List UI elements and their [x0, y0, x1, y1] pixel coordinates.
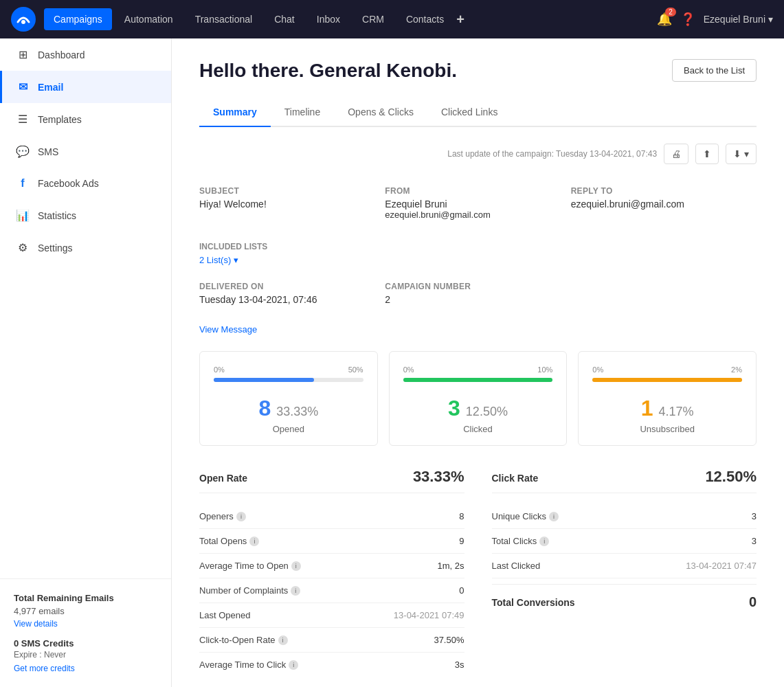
subject-cell: Subject Hiya! Welcome! [199, 181, 385, 231]
sms-icon: 💬 [16, 145, 30, 158]
topnav-automation[interactable]: Automation [115, 8, 183, 30]
reply-to-email: ezequiel.bruni@gmail.com [571, 199, 757, 210]
avg-time-open-info-icon[interactable]: i [291, 561, 301, 571]
sidebar-item-settings[interactable]: ⚙ Settings [0, 232, 171, 264]
clicked-pct: 12.50% [466, 405, 508, 419]
delivered-row: Delivered on Tuesday 13-04-2021, 07:46 C… [199, 276, 757, 316]
unsub-label: Unsubscribed [592, 424, 742, 434]
total-opens-info-icon[interactable]: i [249, 537, 259, 546]
sidebar-templates-label: Templates [38, 114, 82, 125]
topnav-plus-button[interactable]: + [456, 12, 464, 27]
stat-row-total-opens: Total Opens i 9 [199, 529, 464, 554]
last-update-bar: Last update of the campaign: Tuesday 13-… [199, 144, 757, 164]
reply-to-cell: Reply to ezequiel.bruni@gmail.com [571, 181, 757, 231]
facebook-icon: f [16, 177, 30, 190]
delivered-on-label: Delivered on [199, 282, 385, 291]
complaints-info-icon[interactable]: i [291, 586, 300, 596]
stats-section: Open Rate 33.33% Openers i 8 Total Opens [199, 468, 757, 677]
stat-row-openers: Openers i 8 [199, 504, 464, 529]
from-name: Ezequiel Bruni [385, 199, 570, 210]
avg-time-click-value: 3s [455, 660, 464, 670]
get-more-credits-link[interactable]: Get more credits [14, 664, 75, 673]
openers-value: 8 [459, 511, 464, 521]
opened-pct: 33.33% [276, 405, 318, 419]
complaints-value: 0 [459, 585, 464, 596]
sms-credits-title: 0 SMS Credits [14, 638, 157, 649]
sidebar-email-label: Email [38, 82, 63, 93]
subject-value: Hiya! Welcome! [199, 199, 385, 210]
sidebar-item-dashboard[interactable]: ⊞ Dashboard [0, 38, 171, 71]
open-rate-title: Open Rate [199, 473, 247, 484]
topnav-inbox[interactable]: Inbox [307, 8, 350, 30]
total-clicks-value: 3 [752, 536, 757, 546]
download-button[interactable]: ⬇ ▾ [726, 144, 757, 164]
notifications-bell[interactable]: 🔔 2 [657, 12, 672, 27]
avg-time-open-value: 1m, 2s [437, 561, 464, 571]
total-conversions-value: 0 [749, 594, 757, 610]
click-to-open-info-icon[interactable]: i [278, 635, 288, 645]
click-rate-value: 12.50% [705, 468, 757, 486]
sidebar-item-templates[interactable]: ☰ Templates [0, 103, 171, 135]
view-message-link[interactable]: View Message [199, 324, 757, 335]
topnav-contacts[interactable]: Contacts [396, 8, 453, 30]
click-rate-title: Click Rate [492, 473, 539, 484]
total-clicks-info-icon[interactable]: i [539, 537, 549, 546]
unsub-bar-track [592, 378, 742, 382]
tab-timeline[interactable]: Timeline [271, 98, 334, 127]
tab-clicked-links[interactable]: Clicked Links [427, 98, 511, 127]
opened-bar-track [214, 378, 363, 382]
opened-count: 8 [258, 396, 271, 421]
reply-to-label: Reply to [571, 186, 757, 196]
tabs: Summary Timeline Opens & Clicks Clicked … [199, 98, 757, 127]
avg-time-click-info-icon[interactable]: i [289, 660, 298, 670]
total-conversions-row: Total Conversions 0 [492, 584, 757, 620]
avg-time-click-label: Average Time to Click i [199, 660, 298, 670]
help-button[interactable]: ❓ [680, 12, 695, 27]
sidebar-item-facebook-ads[interactable]: f Facebook Ads [0, 168, 171, 199]
email-icon: ✉ [16, 80, 30, 93]
campaign-number-value: 2 [385, 294, 570, 305]
stat-row-complaints: Number of Complaints i 0 [199, 578, 464, 603]
tab-opens-clicks[interactable]: Opens & Clicks [334, 98, 427, 127]
metric-card-clicked: 0% 10% 3 12.50% Clicked [389, 351, 568, 446]
tab-summary[interactable]: Summary [199, 98, 271, 127]
print-button[interactable]: 🖨 [664, 144, 688, 164]
openers-info-icon[interactable]: i [236, 512, 246, 521]
stat-row-unique-clicks: Unique Clicks i 3 [492, 504, 757, 529]
avg-time-open-label: Average Time to Open i [199, 561, 301, 571]
openers-label: Openers i [199, 511, 246, 521]
topnav-crm[interactable]: CRM [352, 8, 394, 30]
sidebar-dashboard-label: Dashboard [38, 49, 85, 60]
last-update-text: Last update of the campaign: Tuesday 13-… [447, 149, 657, 159]
sidebar-statistics-label: Statistics [38, 210, 76, 221]
subject-label: Subject [199, 186, 385, 196]
back-to-list-button[interactable]: Back to the List [672, 59, 757, 82]
clicked-label: Clicked [403, 424, 553, 434]
topnav-transactional[interactable]: Transactional [186, 8, 262, 30]
share-button[interactable]: ⬆ [695, 144, 719, 164]
total-opens-value: 9 [459, 536, 464, 546]
campaign-number-cell: Campaign Number 2 [385, 276, 570, 316]
included-lists-value[interactable]: 2 List(s) ▾ [199, 255, 238, 265]
sidebar-item-email[interactable]: ✉ Email [0, 71, 171, 103]
main-content: Hello there. General Kenobi. Back to the… [172, 38, 784, 687]
svg-point-0 [11, 7, 36, 32]
app-logo[interactable] [11, 7, 36, 32]
sidebar-item-statistics[interactable]: 📊 Statistics [0, 199, 171, 232]
topnav-chat[interactable]: Chat [265, 8, 304, 30]
user-menu-chevron: ▾ [768, 14, 773, 25]
total-clicks-label: Total Clicks i [492, 536, 550, 546]
sidebar-settings-label: Settings [38, 243, 73, 254]
dashboard-icon: ⊞ [16, 48, 30, 61]
topnav-campaigns[interactable]: Campaigns [44, 8, 112, 30]
click-to-open-value: 37.50% [434, 635, 464, 645]
campaign-info-grid: Subject Hiya! Welcome! From Ezequiel Bru… [199, 181, 757, 231]
stat-row-avg-time-click: Average Time to Click i 3s [199, 653, 464, 677]
unique-clicks-info-icon[interactable]: i [549, 512, 559, 521]
user-menu[interactable]: Ezequiel Bruni ▾ [704, 14, 773, 25]
metric-card-opened: 0% 50% 8 33.33% Opened [199, 351, 378, 446]
view-details-link[interactable]: View details [14, 619, 58, 629]
sidebar-item-sms[interactable]: 💬 SMS [0, 135, 171, 168]
sidebar-sms-label: SMS [38, 146, 58, 157]
last-clicked-label: Last Clicked [492, 561, 541, 571]
